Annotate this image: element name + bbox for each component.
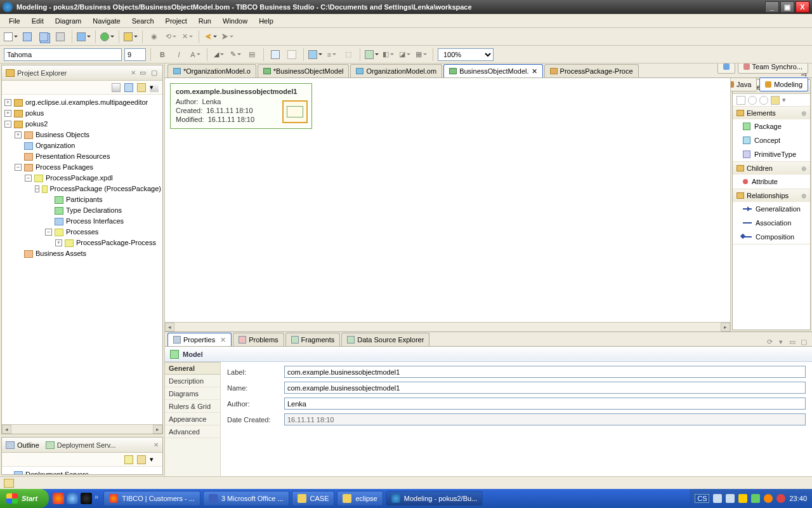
tree-item[interactable]: pokus	[25, 108, 44, 119]
menu-project[interactable]: Project	[160, 16, 192, 26]
project-tree[interactable]: +org.eclipse.ui.examples.multipageeditor…	[2, 95, 162, 424]
view-min-icon[interactable]: ▭	[138, 69, 147, 77]
tray-icon[interactable]	[764, 494, 773, 503]
nav-back-button[interactable]: ⮜	[204, 30, 218, 44]
start-button[interactable]: Start	[0, 489, 49, 508]
clock[interactable]: 23:40	[789, 495, 807, 502]
autosize-button[interactable]: ⬚	[341, 48, 355, 62]
tab-problems[interactable]: Problems	[233, 333, 284, 346]
name-input[interactable]	[284, 382, 806, 394]
diagram-canvas[interactable]: com.example.businessobjectmodel1 Author:…	[165, 78, 731, 331]
tab-fragments[interactable]: Fragments	[285, 333, 341, 346]
tray-icon[interactable]	[776, 494, 785, 503]
zoom-out-icon[interactable]	[759, 96, 768, 105]
copy-button[interactable]	[285, 48, 299, 62]
run-button[interactable]	[100, 30, 114, 44]
font-name-combo[interactable]	[4, 48, 122, 61]
routing-button[interactable]: ◧	[381, 48, 395, 62]
outline-title[interactable]: Outline	[17, 441, 43, 449]
bold-button[interactable]: B	[155, 48, 169, 62]
deploy-tree[interactable]: Deployment Servers	[2, 467, 162, 474]
tree-item[interactable]: ProcessPackage.xpdl	[46, 173, 113, 184]
maximize-button[interactable]: ▣	[780, 1, 794, 13]
redo-button[interactable]: ⟲	[164, 30, 178, 44]
editor-tab[interactable]: OrganizationModel.om	[350, 64, 442, 77]
tray-icon[interactable]	[751, 494, 760, 503]
task-button[interactable]: TIBCO | Customers - ...	[103, 491, 200, 506]
cat-appearance[interactable]: Appearance	[165, 413, 220, 425]
tree-item[interactable]: Business Assets	[36, 248, 86, 259]
palette-section-children[interactable]: Children⊕	[733, 162, 810, 175]
model-package-node[interactable]: com.example.businessobjectmodel1 Author:…	[170, 83, 312, 129]
view-menu-icon[interactable]: ▾	[150, 455, 159, 464]
compartment-button[interactable]: ▦	[414, 48, 428, 62]
palette-item-composition[interactable]: Composition	[733, 230, 810, 244]
tree-item[interactable]: ProcessPackage-Process	[76, 237, 156, 248]
tray-icon[interactable]	[726, 494, 735, 503]
undo-button[interactable]: ◉	[147, 30, 161, 44]
cat-general[interactable]: General	[165, 362, 220, 375]
menu-search[interactable]: Search	[127, 16, 159, 26]
search-button[interactable]	[124, 30, 138, 44]
editor-tab[interactable]: ProcessPackage-Proce	[544, 64, 639, 77]
task-button-active[interactable]: Modeling - pokus2/Bu...	[386, 491, 483, 506]
save-button[interactable]	[20, 30, 34, 44]
collapse-all-icon[interactable]	[112, 83, 121, 92]
cat-description[interactable]: Description	[165, 375, 220, 387]
font-color-button[interactable]: A	[188, 48, 202, 62]
tree-item[interactable]: Type Declarations	[66, 205, 122, 216]
home-icon[interactable]	[137, 455, 146, 464]
status-icon[interactable]	[4, 479, 14, 488]
cat-diagrams[interactable]: Diagrams	[165, 387, 220, 400]
save-all-button[interactable]	[37, 30, 51, 44]
tree-item[interactable]: org.eclipse.ui.examples.multipageeditor	[25, 97, 148, 108]
palette-item-primitivetype[interactable]: PrimitiveType	[733, 147, 810, 161]
deploy-title[interactable]: Deployment Serv...	[57, 441, 150, 449]
select-tool-icon[interactable]	[737, 96, 745, 105]
tree-item[interactable]: Deployment Servers	[25, 469, 89, 474]
tray-icon[interactable]	[738, 494, 747, 503]
editor-tab-active[interactable]: BusinessObjectModel.✕	[443, 64, 542, 77]
thunderbird-icon[interactable]	[67, 493, 78, 504]
author-input[interactable]	[284, 398, 806, 410]
media-icon[interactable]	[81, 493, 92, 504]
font-size-combo[interactable]	[124, 48, 146, 61]
tree-item[interactable]: Process Packages	[36, 162, 93, 173]
close-icon[interactable]: ✕	[532, 67, 537, 76]
tree-hscroll[interactable]: ◂▸	[2, 424, 162, 434]
zoom-in-icon[interactable]	[748, 96, 757, 105]
nav-fwd-button[interactable]: ⮞	[220, 30, 234, 44]
visibility-button[interactable]: ◪	[398, 48, 412, 62]
tab-dse[interactable]: Data Source Explorer	[341, 333, 429, 346]
filter-icon[interactable]	[137, 83, 146, 92]
palette-item-association[interactable]: Association	[733, 216, 810, 230]
editor-tab[interactable]: *OrganizationModel.o	[167, 64, 256, 77]
filters-button[interactable]	[365, 48, 379, 62]
task-button[interactable]: CASE	[292, 491, 335, 506]
tree-item[interactable]: pokus2	[25, 119, 48, 130]
palette-item-attribute[interactable]: Attribute	[733, 175, 810, 189]
refresh-icon[interactable]	[124, 455, 133, 464]
tree-item[interactable]: Business Objects	[36, 130, 89, 140]
print-button[interactable]	[53, 30, 67, 44]
menu-navigate[interactable]: Navigate	[88, 16, 125, 26]
minimize-button[interactable]: _	[765, 1, 779, 13]
tree-item[interactable]: Process Interfaces	[66, 216, 124, 227]
task-button[interactable]: 3 Microsoft Office ...	[203, 491, 289, 506]
align-button[interactable]: ≡	[325, 48, 339, 62]
perspective-modeling[interactable]: Modeling	[759, 77, 808, 91]
zoom-combo[interactable]: 100%	[438, 48, 494, 61]
palette-item-concept[interactable]: Concept	[733, 133, 810, 147]
perspective-button[interactable]	[77, 30, 91, 44]
task-button[interactable]: eclipse	[337, 491, 383, 506]
tree-item[interactable]: Participants	[66, 194, 102, 205]
link-editor-icon[interactable]	[124, 83, 133, 92]
canvas-hscroll[interactable]: ◂▸	[165, 322, 730, 331]
close-button[interactable]: X	[796, 1, 809, 13]
tree-item[interactable]: ProcessPackage (ProcessPackage)	[50, 184, 161, 194]
lang-indicator[interactable]: CS	[695, 494, 709, 503]
new-button[interactable]	[4, 30, 18, 44]
cat-advanced[interactable]: Advanced	[165, 425, 220, 438]
menu-file[interactable]: File	[4, 16, 25, 26]
view-max-icon[interactable]: ▢	[150, 69, 159, 77]
